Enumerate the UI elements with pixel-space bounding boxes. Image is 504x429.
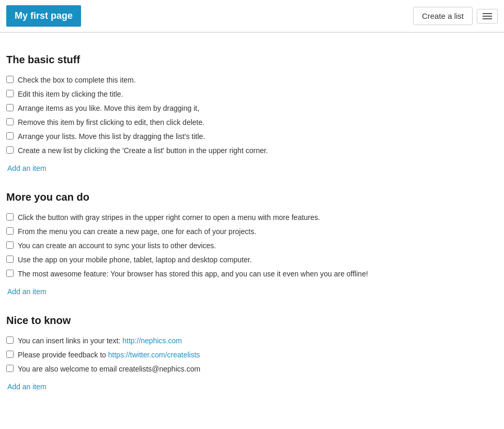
item-list-nice: You can insert links in your text: http:…: [6, 334, 498, 376]
item-list-basic-stuff: Check the box to complete this item. Edi…: [6, 73, 498, 158]
item-checkbox[interactable]: [6, 337, 14, 344]
list-item: Arrange your lists. Move this list by dr…: [6, 130, 498, 144]
item-text: You can insert links in your text: http:…: [18, 335, 182, 346]
menu-icon-line3: [483, 18, 492, 19]
item-text: You can create an account to sync your l…: [18, 240, 216, 251]
section-more-you-can-do: More you can do Click the button with gr…: [6, 191, 498, 296]
item-text: Arrange your lists. Move this list by dr…: [18, 131, 205, 142]
item-checkbox[interactable]: [6, 227, 14, 235]
list-item: From the menu you can create a new page,…: [6, 225, 498, 239]
item-text: The most awesome feature: Your browser h…: [18, 269, 368, 280]
item-checkbox[interactable]: [6, 351, 14, 358]
list-item: Remove this item by first clicking to ed…: [6, 115, 498, 130]
section-nice-to-know: Nice to know You can insert links in you…: [6, 315, 498, 391]
list-item: Use the app on your mobile phone, tablet…: [6, 253, 498, 267]
item-checkbox[interactable]: [6, 365, 14, 372]
list-item: You can create an account to sync your l…: [6, 239, 498, 253]
list-item: You are also welcome to email createlist…: [6, 362, 498, 376]
add-item-link-basic-stuff[interactable]: Add an item: [7, 164, 47, 172]
list-item: The most awesome feature: Your browser h…: [6, 267, 498, 281]
item-checkbox[interactable]: [6, 256, 14, 263]
menu-button[interactable]: [477, 9, 498, 24]
item-text: Edit this item by clicking the title.: [18, 89, 123, 100]
menu-icon-line1: [483, 13, 492, 14]
item-checkbox[interactable]: [6, 132, 14, 140]
main-content: The basic stuff Check the box to complet…: [0, 43, 504, 420]
list-item: Edit this item by clicking the title.: [6, 87, 498, 101]
item-text: Create a new list by clicking the 'Creat…: [18, 145, 268, 156]
section-title-nice: Nice to know: [6, 315, 498, 327]
list-item: Arrange items as you like. Move this ite…: [6, 101, 498, 115]
item-text: Check the box to complete this item.: [18, 75, 136, 86]
item-checkbox[interactable]: [6, 270, 14, 277]
header-divider: [0, 32, 504, 33]
section-basic-stuff: The basic stuff Check the box to complet…: [6, 54, 498, 172]
item-text: You are also welcome to email createlist…: [18, 364, 200, 375]
section-title-basic-stuff: The basic stuff: [6, 54, 498, 66]
item-text: Remove this item by first clicking to ed…: [18, 117, 204, 128]
item-checkbox[interactable]: [6, 241, 14, 249]
item-text: From the menu you can create a new page,…: [18, 226, 256, 237]
item-checkbox[interactable]: [6, 118, 14, 125]
add-item-link-more[interactable]: Add an item: [7, 287, 47, 296]
header: My first page Create a list: [0, 0, 504, 32]
item-text-before: Please provide feedback to: [18, 351, 108, 359]
list-item: Click the button with gray stripes in th…: [6, 211, 498, 225]
item-checkbox[interactable]: [6, 146, 14, 154]
item-text: Arrange items as you like. Move this ite…: [18, 103, 199, 114]
item-text-before: You can insert links in your text:: [18, 337, 122, 345]
create-list-button[interactable]: Create a list: [413, 7, 473, 25]
add-item-link-nice[interactable]: Add an item: [7, 382, 47, 391]
item-checkbox[interactable]: [6, 76, 14, 83]
item-checkbox[interactable]: [6, 213, 14, 221]
item-text: Click the button with gray stripes in th…: [18, 212, 320, 223]
section-title-more: More you can do: [6, 191, 498, 203]
header-actions: Create a list: [413, 7, 498, 25]
item-text: Please provide feedback to https://twitt…: [18, 350, 200, 361]
item-text: Use the app on your mobile phone, tablet…: [18, 254, 252, 265]
item-checkbox[interactable]: [6, 104, 14, 111]
twitter-link[interactable]: https://twitter.com/createlists: [108, 351, 200, 359]
list-item: Create a new list by clicking the 'Creat…: [6, 144, 498, 158]
item-list-more: Click the button with gray stripes in th…: [6, 211, 498, 281]
list-item: Check the box to complete this item.: [6, 73, 498, 87]
menu-icon-line2: [483, 16, 492, 17]
nephics-link[interactable]: http://nephics.com: [122, 337, 182, 345]
list-item: You can insert links in your text: http:…: [6, 334, 498, 348]
list-item: Please provide feedback to https://twitt…: [6, 348, 498, 362]
app-title-button[interactable]: My first page: [6, 5, 81, 27]
item-checkbox[interactable]: [6, 90, 14, 97]
